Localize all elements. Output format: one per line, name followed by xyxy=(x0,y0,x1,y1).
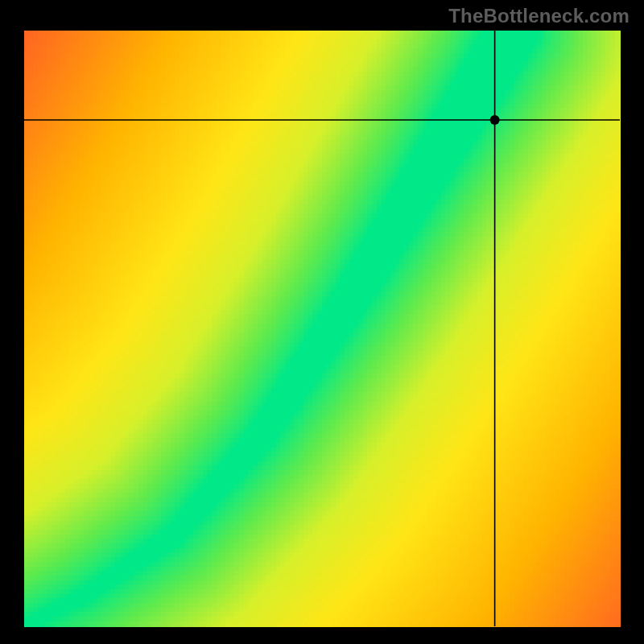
chart-frame: TheBottleneck.com xyxy=(0,0,644,644)
watermark-label: TheBottleneck.com xyxy=(448,5,630,27)
bottleneck-heatmap-canvas xyxy=(0,0,644,644)
